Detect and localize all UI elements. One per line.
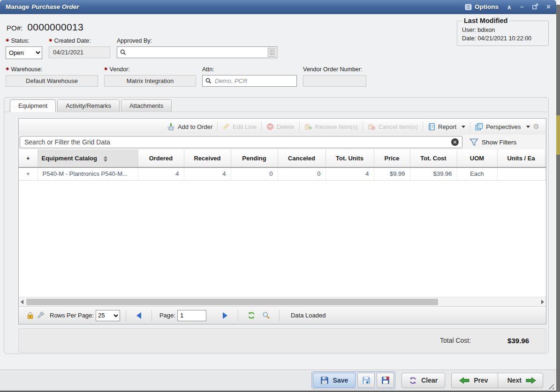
tab-equipment[interactable]: Equipment (10, 99, 56, 112)
column-gutter (545, 150, 546, 167)
row-expand-toggle[interactable]: + (19, 167, 38, 180)
equipment-grid: Add to Order Edit Line Delete (18, 118, 546, 324)
toolbar-separator (363, 122, 363, 131)
show-filters-button[interactable]: Show Filters (469, 138, 516, 146)
wrench-icon[interactable] (37, 312, 45, 319)
gear-icon[interactable]: ⚙ (533, 122, 539, 131)
user-label: User: (462, 27, 476, 33)
popout-icon[interactable] (532, 3, 538, 11)
delete-label: Delete (277, 123, 295, 130)
scroll-left-icon[interactable] (21, 300, 23, 304)
created-date-input[interactable] (49, 46, 110, 58)
sort-icon (104, 156, 107, 162)
grid-search-row: ✕ Show Filters (19, 135, 546, 150)
options-label: Options (475, 3, 499, 10)
column-tot-units[interactable]: Tot. Units (325, 150, 374, 167)
status-select[interactable]: Open (6, 46, 42, 59)
cell-tot-units: 4 (325, 167, 374, 180)
user-value: bdixon (477, 27, 495, 33)
column-equipment-catalog[interactable]: Equipment Catalog (38, 150, 138, 167)
vendor-label: Vendor: (110, 66, 130, 73)
vendor-field: ✱Vendor: (104, 66, 196, 87)
grid-search-input[interactable] (23, 138, 451, 146)
receive-items-button[interactable]: Receive Item(s) (303, 123, 359, 130)
cancel-items-icon (368, 123, 376, 130)
column-uom[interactable]: UOM (457, 150, 497, 167)
footer-actions: Save Clear Prev (0, 369, 556, 392)
edit-line-button[interactable]: Edit Line (221, 123, 258, 130)
column-units-ea[interactable]: Units / Ea (497, 150, 545, 167)
report-label: Report (438, 123, 456, 130)
column-expand[interactable]: + (19, 150, 38, 167)
table-row[interactable]: + P540-M - Plantronics P540-M... 4 4 0 0… (19, 167, 546, 180)
total-cost-bar: Total Cost: $39.96 (18, 328, 546, 353)
horizontal-scrollbar[interactable] (19, 297, 546, 306)
tab-activity-remarks[interactable]: Activity/Remarks (57, 99, 120, 112)
clear-search-icon[interactable]: ✕ (451, 138, 459, 146)
clear-button[interactable]: Clear (401, 373, 445, 388)
pager-separator (279, 310, 280, 321)
column-price[interactable]: Price (374, 150, 410, 167)
grid-toolbar: Add to Order Edit Line Delete (19, 119, 546, 135)
add-to-order-button[interactable]: Add to Order (166, 123, 214, 131)
options-icon (465, 4, 472, 10)
column-canceled[interactable]: Canceled (278, 150, 325, 167)
page-scrollbar[interactable] (556, 0, 560, 392)
cancel-items-button[interactable]: Cancel Item(s) (366, 123, 420, 130)
window-title: ManagePurchase Order (6, 3, 79, 10)
edit-line-label: Edit Line (233, 123, 257, 130)
save-and-close-button[interactable] (377, 373, 394, 388)
column-ordered[interactable]: Ordered (138, 150, 184, 167)
search-grid-icon[interactable] (262, 311, 270, 319)
date-label: Date: (462, 35, 476, 42)
page-number-input[interactable] (177, 310, 206, 321)
prev-label: Prev (474, 377, 488, 384)
page-label: Page: (159, 312, 175, 319)
attn-input[interactable] (214, 77, 295, 85)
total-cost-value: $39.96 (507, 337, 529, 345)
next-page-icon[interactable] (223, 312, 227, 319)
receive-items-label: Receive Item(s) (315, 123, 358, 130)
save-and-new-button[interactable] (357, 373, 375, 388)
options-button[interactable]: Options (465, 3, 499, 10)
vendor-order-number-input[interactable] (303, 75, 366, 87)
approved-by-input[interactable] (129, 48, 268, 56)
perspectives-button[interactable]: Perspectives (474, 123, 531, 131)
equipment-tab-panel: Add to Order Edit Line Delete (4, 112, 548, 353)
data-loaded-status: Data Loaded (291, 312, 325, 319)
add-to-order-label: Add to Order (178, 123, 212, 130)
next-button[interactable]: Next (498, 373, 543, 388)
toolbar-separator (470, 122, 470, 131)
delete-button[interactable]: Delete (265, 123, 296, 130)
required-asterisk: ✱ (49, 38, 53, 43)
save-button[interactable]: Save (313, 373, 356, 388)
scrollbar-thumb[interactable] (26, 299, 438, 305)
minimize-icon[interactable]: − (520, 4, 523, 10)
equipment-table: + Equipment Catalog Ordered Received Pen… (19, 150, 546, 181)
select-user-button[interactable] (268, 48, 275, 57)
save-label: Save (333, 377, 348, 384)
refresh-icon[interactable] (247, 311, 256, 319)
cell-gutter (545, 167, 546, 180)
warehouse-input[interactable] (6, 75, 98, 87)
created-date-label: Created Date: (54, 38, 91, 44)
vendor-input[interactable] (104, 75, 196, 87)
cell-canceled: 0 (278, 167, 325, 180)
grid-pager: Rows Per Page: 25 Page: (19, 306, 546, 324)
tab-container: Equipment Activity/Remarks Attachments A… (4, 97, 549, 354)
required-asterisk: ✱ (104, 67, 108, 71)
toolbar-separator (261, 122, 262, 131)
column-pending[interactable]: Pending (231, 150, 278, 167)
report-button[interactable]: Report (426, 123, 467, 131)
save-icon (320, 376, 329, 384)
tab-attachments[interactable]: Attachments (121, 99, 172, 112)
rows-per-page-select[interactable]: 25 (96, 310, 120, 321)
previous-page-icon[interactable] (136, 312, 141, 319)
column-received[interactable]: Received (184, 150, 231, 167)
lock-icon[interactable] (27, 311, 34, 319)
scroll-right-icon[interactable] (541, 300, 544, 304)
close-icon[interactable]: × (546, 4, 551, 10)
column-tot-cost[interactable]: Tot. Cost (410, 150, 457, 167)
prev-button[interactable]: Prev (451, 373, 497, 388)
collapse-icon[interactable]: ∧ (507, 4, 512, 10)
